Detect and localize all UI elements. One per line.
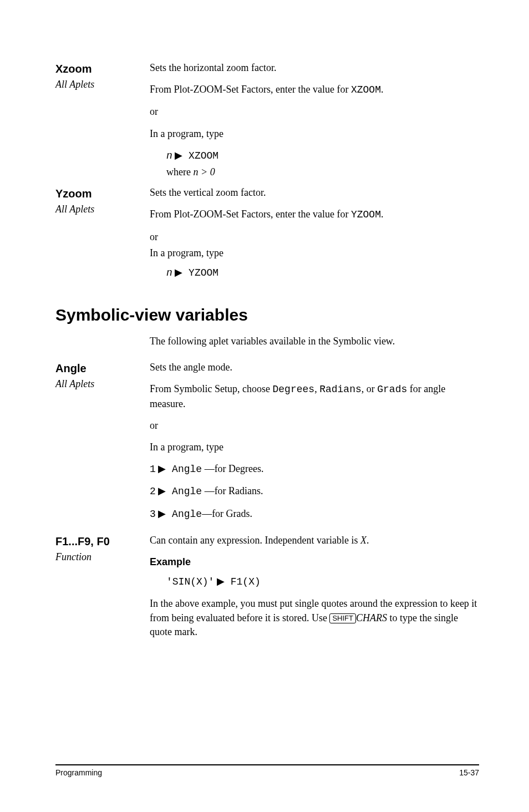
text: From Symbolic Setup, choose: [150, 383, 273, 394]
rest: —for Grads.: [202, 508, 252, 519]
xzoom-cmd: XZOOM: [182, 150, 218, 161]
xzoom-desc: Sets the horizontal zoom factor. From Pl…: [150, 61, 479, 181]
store-arrow-icon: ▶: [217, 576, 225, 587]
spacer: [55, 334, 150, 356]
yzoom-p3: In a program, type: [150, 246, 479, 260]
text: where: [166, 166, 193, 177]
fvars-p1: Can contain any expression. Independent …: [150, 534, 479, 547]
cmd: Angle: [166, 509, 202, 520]
angle-term: Angle All Aplets: [55, 361, 150, 529]
yzoom-sub: All Aplets: [55, 202, 150, 216]
angle-desc: Sets the angle mode. From Symbolic Setup…: [150, 361, 479, 529]
chars-label: CHARS: [356, 612, 387, 623]
yzoom-cmd: YZOOM: [182, 267, 218, 278]
footer-page: 15-37: [459, 768, 479, 779]
text: .: [367, 535, 369, 546]
angle-l2: 2 ▶ Angle —for Radians.: [150, 484, 479, 499]
text: Can contain any expression. Independent …: [150, 535, 360, 546]
angle-l3: 3 ▶ Angle—for Grads.: [150, 507, 479, 521]
var-n: n: [166, 267, 172, 278]
shift-keycap-icon: SHIFT: [329, 613, 356, 624]
var-n: n: [166, 150, 172, 161]
xzoom-code: XZOOM: [351, 84, 381, 95]
text: .: [381, 84, 384, 95]
code-left: 'SIN(X)': [166, 576, 214, 587]
store-arrow-icon: ▶: [175, 267, 182, 278]
xzoom-codeline: n ▶ XZOOM: [166, 149, 479, 163]
var-x: X: [360, 535, 367, 546]
store-arrow-icon: ▶: [175, 150, 182, 161]
where-expr: n > 0: [193, 166, 215, 177]
fvars-p2: In the above example, you must put singl…: [150, 597, 479, 639]
footer-section: Programming: [55, 768, 102, 779]
xzoom-where: where n > 0: [166, 165, 479, 179]
xzoom-title: Xzoom: [55, 61, 150, 77]
angle-p1: Sets the angle mode.: [150, 361, 479, 374]
angle-title: Angle: [55, 361, 150, 376]
yzoom-p1: Sets the vertical zoom factor.: [150, 186, 479, 200]
xzoom-sub: All Aplets: [55, 78, 150, 92]
cmd: Angle: [166, 464, 202, 475]
angle-entry: Angle All Aplets Sets the angle mode. Fr…: [55, 361, 479, 529]
code: Grads: [377, 384, 407, 395]
xzoom-codeblock: n ▶ XZOOM where n > 0: [166, 149, 479, 179]
yzoom-or: or: [150, 230, 479, 244]
page-footer: Programming 15-37: [55, 764, 479, 779]
xzoom-or: or: [150, 105, 479, 119]
cmd: Angle: [166, 486, 202, 497]
num: 3: [150, 509, 156, 520]
text: ,: [314, 383, 319, 394]
fvars-term: F1...F9, F0 Function: [55, 534, 150, 647]
store-arrow-icon: ▶: [158, 508, 166, 519]
yzoom-title: Yzoom: [55, 186, 150, 201]
text: , or: [362, 383, 378, 394]
section-intro-row: The following aplet variables available …: [55, 334, 479, 356]
rest: —for Degrees.: [202, 463, 263, 474]
xzoom-p3: In a program, type: [150, 127, 479, 141]
text: From Plot-ZOOM-Set Factors, enter the va…: [150, 209, 351, 220]
example-heading: Example: [150, 555, 479, 569]
store-arrow-icon: ▶: [158, 463, 166, 474]
angle-p2: From Symbolic Setup, choose Degrees, Rad…: [150, 382, 479, 410]
xzoom-term: Xzoom All Aplets: [55, 61, 150, 181]
yzoom-entry: Yzoom All Aplets Sets the vertical zoom …: [55, 186, 479, 288]
yzoom-desc: Sets the vertical zoom factor. From Plot…: [150, 186, 479, 288]
num: 1: [150, 464, 156, 475]
fvars-sub: Function: [55, 550, 150, 564]
fvars-desc: Can contain any expression. Independent …: [150, 534, 479, 647]
angle-l1: 1 ▶ Angle —for Degrees.: [150, 462, 479, 476]
yzoom-or-block: or In a program, type: [150, 230, 479, 260]
section-intro: The following aplet variables available …: [150, 334, 479, 356]
code: Radians: [319, 384, 362, 395]
yzoom-code: YZOOM: [351, 209, 381, 220]
intro-text: The following aplet variables available …: [150, 334, 479, 348]
fvars-title: F1...F9, F0: [55, 534, 150, 549]
rest: —for Radians.: [202, 485, 263, 496]
xzoom-p2: From Plot-ZOOM-Set Factors, enter the va…: [150, 83, 479, 97]
angle-p3: In a program, type: [150, 440, 479, 454]
section-heading: Symbolic-view variables: [55, 303, 479, 327]
code-right: F1(X): [225, 576, 261, 587]
fvars-entry: F1...F9, F0 Function Can contain any exp…: [55, 534, 479, 647]
text: .: [381, 209, 384, 220]
angle-or: or: [150, 419, 479, 433]
code: Degrees: [273, 384, 315, 395]
num: 2: [150, 486, 156, 497]
yzoom-p2: From Plot-ZOOM-Set Factors, enter the va…: [150, 207, 479, 222]
angle-sub: All Aplets: [55, 377, 150, 391]
xzoom-entry: Xzoom All Aplets Sets the horizontal zoo…: [55, 61, 479, 181]
xzoom-p1: Sets the horizontal zoom factor.: [150, 61, 479, 75]
store-arrow-icon: ▶: [158, 485, 166, 496]
fvars-codeline: 'SIN(X)' ▶ F1(X): [166, 575, 479, 589]
yzoom-term: Yzoom All Aplets: [55, 186, 150, 288]
text: From Plot-ZOOM-Set Factors, enter the va…: [150, 84, 351, 95]
yzoom-codeline: n ▶ YZOOM: [166, 266, 479, 280]
